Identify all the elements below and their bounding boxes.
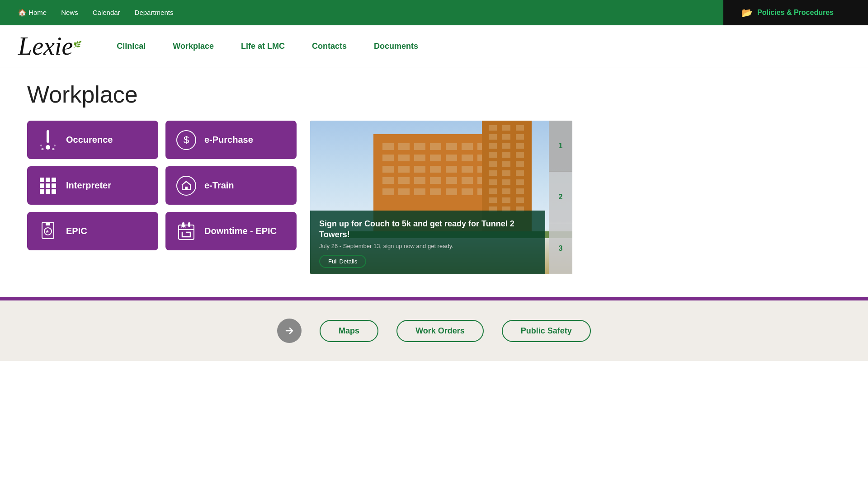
svg-rect-50 <box>446 177 457 184</box>
logo-text: Lexie🌿 <box>18 33 80 59</box>
svg-rect-19 <box>382 143 394 150</box>
downtime-epic-icon: FRI <box>176 222 196 240</box>
slide-title: Sign up for Couch to 5k and get ready fo… <box>319 219 536 240</box>
logo[interactable]: Lexie🌿 <box>18 33 80 59</box>
occurence-button[interactable]: Occurence <box>27 121 158 159</box>
button-row-2: Interpreter e-Train <box>27 166 297 205</box>
svg-rect-70 <box>516 134 524 140</box>
purple-divider <box>0 297 868 300</box>
interpreter-label: Interpreter <box>66 180 111 191</box>
svg-rect-79 <box>516 161 524 167</box>
svg-rect-42 <box>462 166 473 173</box>
svg-rect-24 <box>462 143 473 150</box>
epurchase-label: e-Purchase <box>204 135 253 145</box>
svg-rect-80 <box>489 170 497 176</box>
svg-rect-72 <box>502 143 510 149</box>
button-row-3: e EPIC FRI <box>27 212 297 250</box>
svg-rect-46 <box>382 177 394 184</box>
epurchase-button[interactable]: $ e-Purchase <box>165 121 297 159</box>
secondary-navigation: Lexie🌿 Clinical Workplace Life at LMC Co… <box>0 25 868 67</box>
occurrence-icon <box>38 130 58 150</box>
slide-indicator-3[interactable]: 3 <box>549 223 572 274</box>
svg-rect-15 <box>188 222 190 227</box>
top-nav-left: 🏠 Home News Calendar Departments <box>0 9 723 17</box>
svg-rect-84 <box>502 179 510 185</box>
svg-rect-28 <box>382 155 394 161</box>
footer-arrow-button[interactable] <box>277 319 302 343</box>
work-orders-button[interactable]: Work Orders <box>396 320 484 342</box>
svg-rect-56 <box>398 188 410 195</box>
nav-calendar[interactable]: Calendar <box>93 9 120 17</box>
epic-label: EPIC <box>66 226 87 236</box>
public-safety-button[interactable]: Public Safety <box>502 320 591 342</box>
footer: Maps Work Orders Public Safety <box>0 300 868 361</box>
maps-button[interactable]: Maps <box>320 320 378 342</box>
nav-home[interactable]: 🏠 Home <box>18 9 47 17</box>
svg-rect-55 <box>382 188 394 195</box>
svg-rect-47 <box>398 177 410 184</box>
svg-rect-51 <box>462 177 473 184</box>
svg-rect-31 <box>430 155 441 161</box>
svg-rect-85 <box>516 179 524 185</box>
svg-rect-87 <box>502 188 510 194</box>
svg-rect-67 <box>516 125 524 131</box>
epic-button[interactable]: e EPIC <box>27 212 158 250</box>
epic-icon: e <box>38 222 58 240</box>
occurence-label: Occurence <box>66 135 113 145</box>
svg-rect-71 <box>489 143 497 149</box>
nav-clinical[interactable]: Clinical <box>117 42 146 51</box>
svg-rect-76 <box>516 152 524 158</box>
slideshow: Sign up for Couch to 5k and get ready fo… <box>310 121 572 274</box>
svg-rect-59 <box>446 188 457 195</box>
nav-documents[interactable]: Documents <box>374 42 418 51</box>
interpreter-button[interactable]: Interpreter <box>27 166 158 205</box>
svg-rect-40 <box>430 166 441 173</box>
etrain-button[interactable]: e-Train <box>165 166 297 205</box>
svg-rect-91 <box>516 197 524 203</box>
svg-rect-89 <box>489 197 497 203</box>
full-details-button[interactable]: Full Details <box>319 255 366 268</box>
slide-indicators: 1 2 3 <box>549 121 572 274</box>
epurchase-icon: $ <box>176 130 196 150</box>
nav-departments[interactable]: Departments <box>135 9 174 17</box>
slide-caption: Sign up for Couch to 5k and get ready fo… <box>310 211 545 274</box>
slide-indicator-2[interactable]: 2 <box>549 172 572 223</box>
svg-rect-20 <box>398 143 410 150</box>
svg-rect-81 <box>502 170 510 176</box>
svg-rect-82 <box>516 170 524 176</box>
svg-text:FRI: FRI <box>181 225 186 228</box>
svg-rect-30 <box>414 155 425 161</box>
svg-point-3 <box>52 148 55 150</box>
nav-workplace[interactable]: Workplace <box>173 42 214 51</box>
nav-contacts[interactable]: Contacts <box>312 42 347 51</box>
svg-point-5 <box>54 145 56 146</box>
policies-section: 📂 Policies & Procedures <box>723 0 868 25</box>
svg-rect-10 <box>46 222 50 225</box>
svg-rect-57 <box>414 188 425 195</box>
svg-point-2 <box>42 148 44 150</box>
svg-rect-29 <box>398 155 410 161</box>
slide-subtitle: July 26 - September 13, sign up now and … <box>319 243 536 249</box>
main-content: Workplace Occur <box>0 67 868 283</box>
downtime-epic-button[interactable]: FRI Downtime - EPIC <box>165 212 297 250</box>
nav-news[interactable]: News <box>61 9 78 17</box>
svg-rect-48 <box>414 177 425 184</box>
svg-rect-75 <box>502 152 510 158</box>
slide-indicator-1[interactable]: 1 <box>549 121 572 172</box>
svg-rect-60 <box>462 188 473 195</box>
svg-rect-21 <box>414 143 425 150</box>
svg-rect-33 <box>462 155 473 161</box>
svg-rect-39 <box>414 166 425 173</box>
svg-rect-86 <box>489 188 497 194</box>
svg-rect-74 <box>489 152 497 158</box>
nav-life-at-lmc[interactable]: Life at LMC <box>241 42 285 51</box>
svg-point-4 <box>40 145 42 146</box>
svg-rect-7 <box>185 187 188 190</box>
policies-link[interactable]: 📂 Policies & Procedures <box>741 7 834 18</box>
page-title: Workplace <box>27 81 841 108</box>
svg-rect-22 <box>430 143 441 150</box>
button-row-1: Occurence $ e-Purchase <box>27 121 297 159</box>
svg-rect-88 <box>516 188 524 194</box>
svg-rect-69 <box>502 134 510 140</box>
svg-rect-32 <box>446 155 457 161</box>
